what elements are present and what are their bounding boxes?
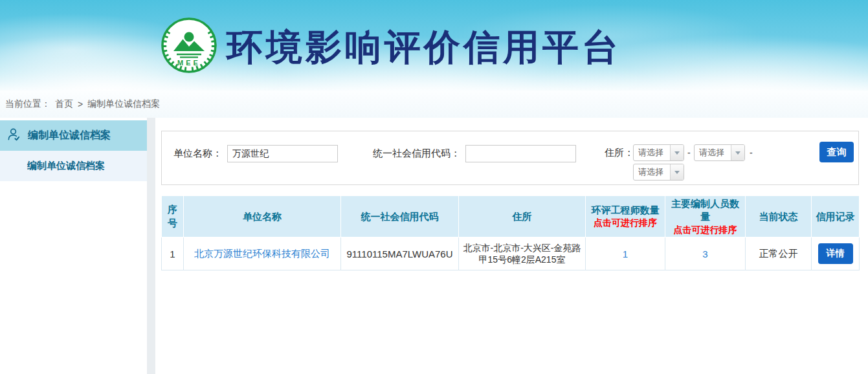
breadcrumb-home-link[interactable]: 首页 (55, 98, 73, 110)
table-header-row: 序号 单位名称 统一社会信用代码 住所 环评工程师数量 点击可进行排序 主要编制… (162, 196, 860, 237)
row-no: 1 (162, 237, 184, 270)
address-city-select[interactable]: 请选择 (694, 144, 745, 161)
page-title: 环境影响评价信用平台 (227, 23, 621, 72)
unit-name-input[interactable] (227, 145, 338, 162)
page-body: 编制单位诚信档案 编制单位诚信档案 单位名称： 统一社会信用代码： 住所： 请选… (0, 118, 868, 374)
engineer-count-link[interactable]: 1 (623, 248, 628, 259)
address-separator: - (687, 148, 691, 158)
row-credit-code: 91110115MA7LWUA76U (341, 237, 459, 270)
credit-code-label: 统一社会信用代码： (373, 148, 460, 160)
unit-name-label: 单位名称： (173, 148, 222, 160)
sidebar-subitem-label: 编制单位诚信档案 (27, 160, 105, 172)
address-label: 住所： (605, 147, 634, 159)
results-table: 序号 单位名称 统一社会信用代码 住所 环评工程师数量 点击可进行排序 主要编制… (161, 195, 860, 270)
breadcrumb-separator: > (78, 99, 83, 109)
sidebar: 编制单位诚信档案 编制单位诚信档案 (0, 118, 147, 374)
breadcrumb-label: 当前位置： (5, 98, 50, 110)
staff-sort-hint: 点击可进行排序 (667, 224, 744, 236)
credit-code-input[interactable] (465, 145, 576, 162)
header-staff-count-label: 主要编制人员数量 (671, 198, 739, 222)
header-engineer-count-label: 环评工程师数量 (592, 204, 660, 215)
chevron-down-icon[interactable] (731, 145, 744, 160)
breadcrumb: 当前位置： 首页 > 编制单位诚信档案 (0, 91, 868, 118)
person-check-icon (6, 127, 21, 144)
chevron-down-icon[interactable] (670, 145, 684, 160)
sidebar-item-label: 编制单位诚信档案 (28, 129, 111, 142)
address-district-select[interactable]: 请选择 (633, 164, 684, 181)
sidebar-item-unit-credit-archive[interactable]: 编制单位诚信档案 (0, 120, 147, 151)
breadcrumb-current: 编制单位诚信档案 (87, 98, 160, 110)
address-city-select-value: 请选择 (695, 145, 731, 160)
address-separator: - (750, 148, 753, 158)
header-engineer-count-sortable[interactable]: 环评工程师数量 点击可进行排序 (586, 196, 665, 237)
unit-name-group: 单位名称： (173, 145, 338, 162)
address-province-select[interactable]: 请选择 (633, 144, 684, 161)
query-button[interactable]: 查询 (819, 142, 854, 162)
search-panel: 单位名称： 统一社会信用代码： 住所： 请选择 - 请选择 - 请选择 (161, 131, 859, 185)
chevron-down-icon[interactable] (670, 164, 684, 180)
header-status: 当前状态 (746, 196, 812, 237)
header-address: 住所 (459, 196, 586, 237)
header-credit-code: 统一社会信用代码 (341, 196, 459, 237)
site-header: MEE 环境影响评价信用平台 (0, 0, 868, 91)
sidebar-subitem-unit-credit-archive[interactable]: 编制单位诚信档案 (0, 151, 147, 181)
row-address: 北京市-北京市-大兴区-金苑路甲15号6幢2层A215室 (459, 237, 586, 270)
header-no: 序号 (162, 196, 184, 237)
unit-name-link[interactable]: 北京万源世纪环保科技有限公司 (194, 248, 330, 259)
mee-logo-text: MEE (177, 59, 201, 67)
engineer-sort-hint: 点击可进行排序 (587, 217, 663, 229)
header-staff-count-sortable[interactable]: 主要编制人员数量 点击可进行排序 (665, 196, 746, 237)
staff-count-link[interactable]: 3 (702, 248, 707, 259)
sidebar-divider-strip (147, 118, 155, 374)
main-content: 单位名称： 统一社会信用代码： 住所： 请选择 - 请选择 - 请选择 (155, 118, 868, 374)
row-status: 正常公开 (746, 237, 812, 270)
table-row: 1 北京万源世纪环保科技有限公司 91110115MA7LWUA76U 北京市-… (162, 237, 860, 270)
header-credit-record: 信用记录 (812, 196, 860, 237)
detail-button[interactable]: 详情 (818, 243, 853, 264)
header-unit-name: 单位名称 (184, 196, 341, 237)
credit-code-group: 统一社会信用代码： (373, 145, 576, 162)
mee-logo-icon: MEE (161, 17, 217, 76)
address-district-select-value: 请选择 (634, 164, 670, 180)
address-province-select-value: 请选择 (634, 145, 670, 160)
